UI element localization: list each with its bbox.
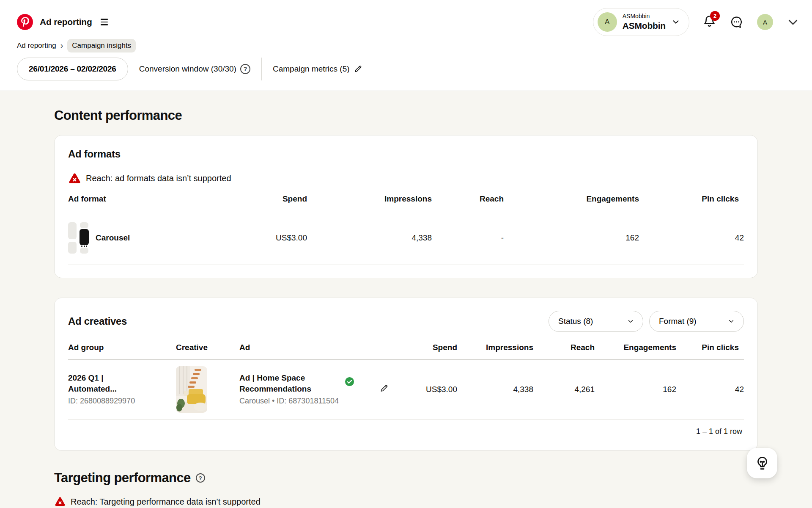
- filter-divider: [261, 58, 262, 80]
- col-impressions: Impressions: [457, 336, 533, 360]
- col-engagements: Engagements: [595, 336, 676, 360]
- pagination-label: 1 – 1 of 1 row: [68, 420, 744, 438]
- content-performance-title: Content performance: [54, 108, 758, 123]
- error-icon: [69, 173, 80, 184]
- col-creative: Creative: [176, 336, 239, 360]
- filter-bar: 26/01/2026 – 02/02/2026 Conversion windo…: [17, 58, 795, 91]
- format-name: Carousel: [96, 233, 130, 243]
- cell-engagements: 162: [504, 211, 639, 265]
- top-bar: Ad reporting A ASMobbin ASMobbin 2: [0, 0, 812, 37]
- main-content: Content performance Ad formats Reach: ad…: [0, 91, 812, 508]
- account-avatar: A: [598, 12, 617, 32]
- chevron-down-icon: [671, 17, 680, 27]
- cell-impressions: 4,338: [457, 360, 533, 420]
- col-pin-clicks: Pin clicks: [676, 336, 744, 360]
- account-name-small: ASMobbin: [623, 13, 666, 20]
- targeting-performance-header: Targeting performance ?: [54, 470, 758, 486]
- help-icon[interactable]: ?: [196, 473, 205, 483]
- col-reach: Reach: [432, 188, 504, 211]
- col-pin-clicks: Pin clicks: [639, 188, 744, 211]
- ad-group-id: ID: 2680088929970: [68, 395, 176, 406]
- edit-pencil-icon[interactable]: [354, 64, 363, 74]
- cell-engagements: 162: [595, 360, 676, 420]
- breadcrumb-root[interactable]: Ad reporting: [17, 41, 56, 50]
- col-ad-format: Ad format: [68, 188, 246, 211]
- chat-ellipsis-icon: [730, 15, 743, 29]
- targeting-warning: Reach: Targeting performance data isn’t …: [55, 497, 757, 507]
- cell-pin-clicks: 42: [639, 211, 744, 265]
- ad-creatives-title: Ad creatives: [68, 315, 127, 327]
- table-row: Carousel US$3.00 4,338 - 162 42: [68, 211, 744, 265]
- ad-formats-card: Ad formats Reach: ad formats data isn’t …: [54, 135, 758, 278]
- col-engagements: Engagements: [504, 188, 639, 211]
- date-range-picker[interactable]: 26/01/2026 – 02/02/2026: [17, 58, 128, 80]
- pinterest-logo-icon[interactable]: [17, 14, 33, 30]
- idea-lightbulb-icon: [754, 456, 770, 471]
- conversion-window-filter[interactable]: Conversion window (30/30) ?: [139, 64, 250, 74]
- col-impressions: Impressions: [307, 188, 432, 211]
- breadcrumb-separator-icon: ›: [60, 41, 63, 50]
- status-filter-dropdown[interactable]: Status (8): [549, 311, 643, 332]
- collapse-chevron-icon[interactable]: [787, 16, 799, 28]
- ad-group-name[interactable]: 2026 Q1 | Automated...: [68, 373, 142, 395]
- ideas-fab-button[interactable]: [747, 448, 777, 478]
- messages-button[interactable]: [730, 15, 743, 29]
- ad-name[interactable]: Ad | Home Space Recommendations: [239, 373, 330, 395]
- sub-header: Ad reporting › Campaign insights 26/01/2…: [0, 37, 812, 91]
- ad-formats-table: Ad format Spend Impressions Reach Engage…: [68, 188, 744, 265]
- notifications-button[interactable]: 2: [703, 15, 716, 30]
- table-header-row: Ad format Spend Impressions Reach Engage…: [68, 188, 744, 211]
- ad-formats-warning: Reach: ad formats data isn’t supported: [69, 173, 743, 184]
- edit-ad-pencil-icon[interactable]: [379, 384, 389, 393]
- cell-reach: 4,261: [533, 360, 595, 420]
- col-reach: Reach: [533, 336, 595, 360]
- app-title: Ad reporting: [40, 17, 92, 27]
- breadcrumb: Ad reporting › Campaign insights: [17, 39, 795, 52]
- chevron-down-icon: [727, 318, 735, 325]
- cell-impressions: 4,338: [307, 211, 432, 265]
- campaign-metrics-filter[interactable]: Campaign metrics (5): [273, 64, 363, 74]
- account-name-bold: ASMobbin: [623, 20, 666, 31]
- breadcrumb-current-chip[interactable]: Campaign insights: [67, 39, 136, 52]
- ad-creatives-table: Ad group Creative Ad Spend Impressions R…: [68, 336, 744, 420]
- col-ad-group: Ad group: [68, 336, 176, 360]
- success-check-icon: [345, 377, 354, 387]
- cell-spend: US$3.00: [409, 360, 457, 420]
- targeting-performance-title: Targeting performance: [54, 470, 191, 486]
- error-icon: [55, 497, 65, 507]
- cell-spend: US$3.00: [246, 211, 307, 265]
- chevron-down-icon: [627, 318, 634, 325]
- help-icon[interactable]: ?: [240, 64, 250, 74]
- format-filter-dropdown[interactable]: Format (9): [649, 311, 744, 332]
- cell-pin-clicks: 42: [676, 360, 744, 420]
- ad-formats-title: Ad formats: [68, 148, 744, 160]
- menu-icon[interactable]: [101, 19, 108, 25]
- carousel-format-icon: [68, 222, 88, 254]
- ad-creatives-card: Ad creatives Status (8) Format (9) Ad gr…: [54, 298, 758, 451]
- creative-thumbnail[interactable]: [176, 366, 207, 413]
- account-switcher[interactable]: A ASMobbin ASMobbin: [593, 8, 689, 36]
- table-header-row: Ad group Creative Ad Spend Impressions R…: [68, 336, 744, 360]
- notifications-badge: 2: [710, 11, 720, 21]
- table-row: 2026 Q1 | Automated... ID: 2680088929970: [68, 360, 744, 420]
- col-spend: Spend: [409, 336, 457, 360]
- col-ad: Ad: [239, 336, 360, 360]
- profile-avatar[interactable]: A: [757, 14, 773, 30]
- col-spend: Spend: [246, 188, 307, 211]
- col-edit: [360, 336, 409, 360]
- ad-meta: Carousel • ID: 687301811504: [239, 395, 339, 406]
- cell-reach: -: [432, 211, 504, 265]
